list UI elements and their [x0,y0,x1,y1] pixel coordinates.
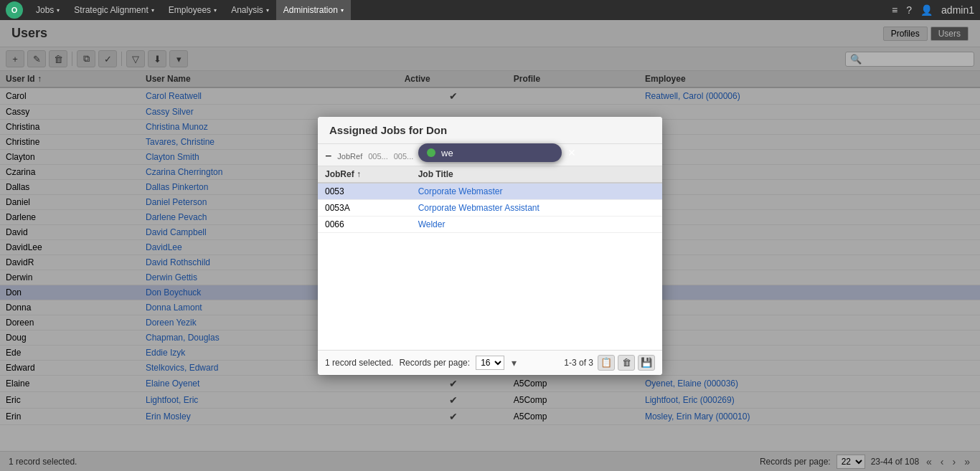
modal-cell-jobtitle: Welder [411,216,662,232]
modal-table-row[interactable]: 0066Welder [318,216,662,232]
modal-body: − JobRef 005... 005... JobRef ↑ Job Titl… [318,144,662,375]
user-label[interactable]: admin1 [941,4,974,16]
modal-cell-jobtitle: Corporate Webmaster Assistant [411,199,662,216]
chevron-down-icon: ▾ [151,7,154,14]
nav-employees[interactable]: Employees ▾ [161,0,224,20]
job-title-link[interactable]: Welder [418,219,446,229]
grid-icon[interactable]: ≡ [892,4,897,16]
modal-records-label: Records per page: [399,358,470,368]
modal-table-header: JobRef ↑ Job Title [318,166,662,183]
modal-cell-jobref: 0053 [318,183,411,200]
app-logo: O [6,1,23,19]
modal-table-wrap: JobRef ↑ Job Title 0053Corporate Webmast… [318,166,662,350]
modal-dd-arrow: ▾ [510,357,518,368]
modal-overlay[interactable]: Assigned Jobs for Don − JobRef 005... 00… [0,20,980,471]
modal-footer-right: 1-3 of 3 📋 🗑 💾 [564,355,655,371]
modal-cell-jobtitle: Corporate Webmaster [411,183,662,200]
search-popup-input[interactable] [441,148,562,158]
search-popup-status-dot [427,148,435,157]
chevron-down-icon: ▾ [214,7,217,14]
modal-records-select[interactable]: 16 [476,356,504,370]
modal-minus-icon[interactable]: − [325,150,331,163]
modal-job-ref-label: JobRef [337,152,362,161]
modal-range: 1-3 of 3 [564,358,593,368]
nav-analysis[interactable]: Analysis ▾ [224,0,276,20]
modal-footer: 1 record selected. Records per page: 16 … [318,350,662,375]
floating-search-popup[interactable]: ✕ [418,143,562,162]
modal-col-jobtitle[interactable]: Job Title [411,166,662,183]
chevron-down-icon: ▾ [341,7,344,14]
chevron-down-icon: ▾ [57,7,60,14]
help-icon[interactable]: ? [906,4,912,16]
modal-cell-jobref: 0053A [318,199,411,216]
modal-add-icon[interactable]: 📋 [598,355,615,371]
chevron-down-icon: ▾ [266,7,269,14]
modal-col-jobref[interactable]: JobRef ↑ [318,166,411,183]
modal-table-row[interactable]: 0053Corporate Webmaster [318,183,662,200]
nav-administration[interactable]: Administration ▾ [276,0,351,20]
main-content: Users Profiles Users + ✎ 🗑 ⧉ ✓ ▽ ⬇ [0,20,980,471]
nav-strategic-alignment[interactable]: Strategic Alignment ▾ [67,0,161,20]
modal-selected-text: 1 record selected. [325,358,393,368]
modal-footer-icons: 📋 🗑 💾 [598,355,655,371]
search-popup-close-icon[interactable]: ✕ [567,147,576,158]
nav-right: ≡ ? 👤 admin1 [892,4,974,16]
modal-ref-value: 005... [368,152,388,161]
nav-jobs[interactable]: Jobs ▾ [29,0,67,20]
modal-header: Assigned Jobs for Don [318,117,662,144]
top-nav: O Jobs ▾ Strategic Alignment ▾ Employees… [0,0,980,20]
modal-cell-jobref: 0066 [318,216,411,232]
modal-delete-icon[interactable]: 🗑 [618,355,635,371]
modal-table: JobRef ↑ Job Title 0053Corporate Webmast… [318,166,662,233]
user-icon: 👤 [920,4,933,16]
modal-table-row[interactable]: 0053ACorporate Webmaster Assistant [318,199,662,216]
job-title-link[interactable]: Corporate Webmaster [418,186,503,196]
modal-title: Assigned Jobs for Don [329,124,447,136]
modal-ref-value2: 005... [394,152,414,161]
job-title-link[interactable]: Corporate Webmaster Assistant [418,203,540,213]
modal-save-icon[interactable]: 💾 [638,355,655,371]
